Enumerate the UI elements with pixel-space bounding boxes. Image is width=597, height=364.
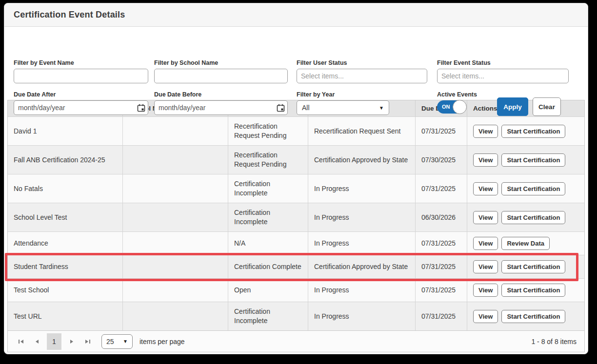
school-name-cell: [123, 174, 228, 203]
user-status-cell: Open: [228, 279, 308, 302]
toggle-knob: [453, 100, 467, 114]
user-status-cell: Certification Complete: [228, 255, 308, 278]
panel-header: Certification Event Details: [4, 3, 588, 27]
due-date-cell: 07/31/2025: [416, 117, 467, 145]
page-title: Certification Event Details: [14, 10, 125, 20]
start-certification-button[interactable]: Start Certification: [501, 310, 565, 323]
event-name-cell: School Level Test: [8, 203, 123, 231]
due-date-before-label: Due Date Before: [154, 91, 288, 98]
table-row: Test URL Certification Incomplete In Pro…: [8, 302, 584, 330]
due-date-after-label: Due Date After: [14, 91, 148, 98]
due-date-cell: 07/30/2025: [416, 146, 467, 174]
event-name-cell: Attendance: [8, 232, 123, 255]
actions-cell: ViewStart Certification: [467, 203, 584, 231]
due-date-cell: 07/31/2025: [416, 302, 467, 330]
event-status-cell: In Progress: [308, 232, 416, 255]
first-page-icon[interactable]: [16, 336, 26, 347]
actions-cell: ViewStart Certification: [467, 117, 584, 145]
actions-cell: ViewReview Data: [467, 232, 584, 255]
filter-school-name-input[interactable]: [154, 69, 288, 83]
event-name-cell: Test School: [8, 279, 123, 302]
user-status-cell: Recertification Request Pending: [228, 117, 308, 145]
calendar-icon[interactable]: [274, 104, 287, 112]
events-table: Event Name ↑ School Name User Status Eve…: [7, 100, 585, 352]
pagination-range-label: 1 - 8 of 8 items: [531, 338, 577, 345]
user-status-cell: Recertification Request Pending: [228, 146, 308, 174]
filter-event-status-input[interactable]: [437, 69, 569, 83]
event-name-cell: Fall ANB Certification 2024-25: [8, 146, 123, 174]
user-status-cell: N/A: [228, 232, 308, 255]
year-select[interactable]: All ▼: [297, 100, 389, 115]
event-name-cell: Test URL: [8, 302, 123, 330]
certification-event-details-panel: Certification Event Details Filter by Ev…: [4, 3, 588, 354]
toggle-on-label: ON: [442, 104, 450, 110]
view-button[interactable]: View: [473, 153, 498, 167]
view-button[interactable]: View: [473, 182, 498, 195]
filter-by-year-label: Filter by Year: [297, 91, 389, 98]
event-status-cell: In Progress: [308, 174, 416, 203]
page-number-button[interactable]: 1: [47, 333, 61, 350]
chevron-down-icon: ▼: [123, 339, 128, 344]
view-button[interactable]: View: [473, 310, 498, 323]
event-name-cell: No Fatals: [8, 174, 123, 203]
view-button[interactable]: View: [473, 237, 498, 250]
filter-event-name-input[interactable]: [14, 69, 148, 83]
last-page-icon[interactable]: [82, 336, 93, 347]
due-date-cell: 07/31/2025: [416, 174, 467, 203]
previous-page-icon[interactable]: [31, 336, 42, 347]
filter-user-status-label: Filter User Status: [297, 59, 427, 66]
table-row: Test School Open In Progress 07/31/2025 …: [8, 278, 584, 302]
school-name-cell: [123, 255, 228, 278]
calendar-icon[interactable]: [134, 104, 148, 112]
start-certification-button[interactable]: Start Certification: [501, 125, 565, 138]
start-certification-button[interactable]: Start Certification: [501, 182, 565, 195]
table-body: David 1 Recertification Request Pending …: [8, 116, 584, 330]
event-status-cell: In Progress: [308, 279, 416, 302]
view-button[interactable]: View: [473, 260, 498, 273]
actions-cell: ViewStart Certification: [467, 146, 584, 174]
start-certification-button[interactable]: Start Certification: [501, 284, 565, 297]
due-date-before-input[interactable]: [155, 101, 274, 115]
event-status-cell: Recertification Request Sent: [308, 117, 416, 145]
due-date-cell: 07/31/2025: [416, 279, 467, 302]
filters-section: Filter by Event Name Filter by School Na…: [4, 27, 588, 100]
filter-user-status-input[interactable]: [297, 69, 427, 83]
school-name-cell: [123, 117, 228, 145]
page-size-select[interactable]: 25 ▼: [101, 334, 133, 349]
start-certification-button[interactable]: Start Certification: [501, 153, 565, 167]
user-status-cell: Certification Incomplete: [228, 203, 308, 231]
view-button[interactable]: View: [473, 125, 498, 138]
table-row: David 1 Recertification Request Pending …: [8, 116, 584, 145]
start-certification-button[interactable]: Start Certification: [501, 211, 565, 224]
filter-school-name-label: Filter by School Name: [154, 59, 288, 66]
event-status-cell: Certification Approved by State: [308, 146, 416, 174]
year-select-value: All: [302, 104, 310, 112]
page-size-value: 25: [106, 338, 114, 345]
items-per-page-label: items per page: [139, 338, 185, 345]
apply-button[interactable]: Apply: [497, 97, 528, 116]
clear-button[interactable]: Clear: [533, 97, 561, 116]
active-events-toggle[interactable]: ON: [437, 100, 465, 114]
table-row: Student Tardiness Certification Complete…: [8, 255, 584, 278]
user-status-cell: Certification Incomplete: [228, 302, 308, 330]
table-row: Attendance N/A In Progress 07/31/2025 Vi…: [8, 231, 584, 255]
start-certification-button[interactable]: Start Certification: [501, 260, 565, 273]
due-date-cell: 07/31/2025: [416, 232, 467, 255]
due-date-after-input[interactable]: [14, 101, 134, 115]
filter-event-name-label: Filter by Event Name: [14, 59, 148, 66]
next-page-icon[interactable]: [66, 336, 77, 347]
active-events-label: Active Events: [437, 91, 496, 98]
table-row: No Fatals Certification Incomplete In Pr…: [8, 174, 584, 203]
due-date-cell: 07/31/2025: [416, 255, 467, 278]
pagination-bar: 1 25 ▼ items per page 1 - 8 of 8 items: [8, 330, 584, 352]
school-name-cell: [123, 203, 228, 231]
event-status-cell: In Progress: [308, 302, 416, 330]
actions-cell: ViewStart Certification: [467, 174, 584, 203]
view-button[interactable]: View: [473, 284, 498, 297]
view-button[interactable]: View: [473, 211, 498, 224]
event-name-cell: Student Tardiness: [8, 255, 123, 278]
table-row: Fall ANB Certification 2024-25 Recertifi…: [8, 145, 584, 174]
event-status-cell: Certification Approved by State: [308, 255, 416, 278]
review-data-button[interactable]: Review Data: [501, 237, 550, 250]
chevron-down-icon: ▼: [379, 105, 384, 111]
